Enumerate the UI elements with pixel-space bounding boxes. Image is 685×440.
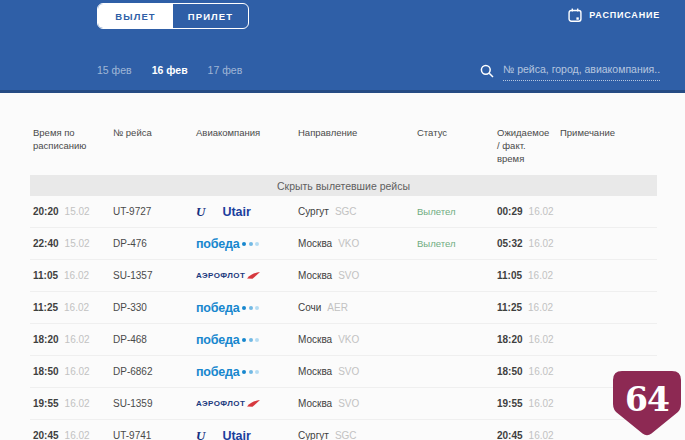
status-cell: Вылетел [417, 206, 497, 217]
airline-logo-cell: U Utair победа АЭРОФЛОТ [196, 204, 298, 220]
hide-departed-toggle[interactable]: Скрыть вылетевшие рейсы [30, 175, 657, 196]
direction-cell: МоскваVKO [298, 334, 417, 345]
direction-cell: СургутSGC [298, 430, 417, 440]
aeroflot-logo: АЭРОФЛОТ [196, 399, 298, 408]
tab-departures[interactable]: ВЫЛЕТ [98, 4, 173, 28]
airline-logo-cell: U Utair победа АЭРОФЛОТ [196, 333, 298, 347]
aeroflot-wordmark: АЭРОФЛОТ [196, 271, 245, 280]
table-row[interactable]: 19:5516.02 SU-1359 U Utair победа АЭРОФЛ… [30, 388, 657, 420]
pobeda-wordmark: победа [196, 365, 240, 379]
schedule-label: РАСПИСАНИЕ [589, 10, 660, 20]
flight-number-cell: SU-1357 [113, 270, 196, 281]
pobeda-dot-icon [255, 242, 259, 246]
aeroflot-wordmark: АЭРОФЛОТ [196, 399, 245, 408]
utair-wordmark: Utair [222, 205, 250, 219]
pobeda-dot-icon [249, 338, 253, 342]
calendar-icon [568, 8, 582, 22]
schedule-button[interactable]: РАСПИСАНИЕ [568, 8, 660, 22]
pobeda-logo: победа [196, 237, 298, 251]
search-input[interactable] [503, 61, 660, 81]
actual-time-cell: 05:3216.02 [497, 238, 560, 249]
tab-arrivals[interactable]: ПРИЛЕТ [173, 4, 248, 28]
flight-number-cell: DP-468 [113, 334, 196, 345]
col-direction: Направление [298, 127, 417, 140]
airline-logo-cell: U Utair победа АЭРОФЛОТ [196, 428, 298, 440]
col-scheduled-time: Время по расписанию [33, 127, 113, 153]
flight-number-cell: SU-1359 [113, 398, 196, 409]
scheduled-time-cell: 18:2016.02 [33, 334, 113, 345]
table-row[interactable]: 20:4516.02 UT-9741 U Utair победа АЭРОФЛ… [30, 420, 657, 440]
date-tab-16feb[interactable]: 16 фев [152, 64, 188, 76]
airline-logo-cell: U Utair победа АЭРОФЛОТ [196, 301, 298, 315]
actual-time-cell: 20:4516.02 [497, 430, 560, 440]
direction-cell: МоскваSVO [298, 366, 417, 377]
flight-number-cell: DP-6862 [113, 366, 196, 377]
utair-u-icon: U [196, 204, 205, 220]
direction-cell: МоскваSVO [298, 270, 417, 281]
utair-logo: U Utair [196, 204, 298, 220]
scheduled-time-cell: 11:2516.02 [33, 302, 113, 313]
pobeda-logo: победа [196, 333, 298, 347]
pobeda-wordmark: победа [196, 237, 240, 251]
table-row[interactable]: 20:2015.02 UT-9727 U Utair победа АЭРОФЛ… [30, 196, 657, 228]
actual-time-cell: 18:2016.02 [497, 334, 560, 345]
header-bar: ВЫЛЕТ ПРИЛЕТ РАСПИСАНИЕ 15 фев 16 фев 17… [0, 0, 685, 93]
status-cell: Вылетел [417, 238, 497, 249]
flight-number-cell: DP-330 [113, 302, 196, 313]
flight-number-cell: UT-9741 [113, 430, 196, 440]
pobeda-dot-icon [255, 370, 259, 374]
flight-number-cell: DP-476 [113, 238, 196, 249]
pobeda-dot-icon [242, 242, 246, 246]
aeroflot-logo: АЭРОФЛОТ [196, 271, 298, 280]
table-row[interactable]: 11:0516.02 SU-1357 U Utair победа АЭРОФЛ… [30, 260, 657, 292]
table-row[interactable]: 11:2516.02 DP-330 U Utair победа АЭРОФЛО… [30, 292, 657, 324]
flights-table: Время по расписанию № рейса Авиакомпания… [30, 93, 657, 440]
actual-time-cell: 11:0516.02 [497, 270, 560, 281]
airport-64-badge: 64 [612, 370, 682, 438]
direction-cell: СургутSGC [298, 206, 417, 217]
direction-cell: СочиAER [298, 302, 417, 313]
pobeda-dot-icon [242, 306, 246, 310]
col-status: Статус [417, 127, 497, 140]
scheduled-time-cell: 22:4015.02 [33, 238, 113, 249]
flight-rows: 20:2015.02 UT-9727 U Utair победа АЭРОФЛ… [30, 196, 657, 440]
table-row[interactable]: 18:2016.02 DP-468 U Utair победа АЭРОФЛО… [30, 324, 657, 356]
actual-time-cell: 11:2516.02 [497, 302, 560, 313]
pobeda-logo: победа [196, 301, 298, 315]
scheduled-time-cell: 20:4516.02 [33, 430, 113, 440]
utair-logo: U Utair [196, 428, 298, 440]
actual-time-cell: 18:5016.02 [497, 366, 560, 377]
airline-logo-cell: U Utair победа АЭРОФЛОТ [196, 399, 298, 408]
pobeda-logo: победа [196, 365, 298, 379]
date-tab-17feb[interactable]: 17 фев [208, 64, 243, 76]
badge-number: 64 [612, 380, 682, 419]
pobeda-dot-icon [249, 306, 253, 310]
direction-cell: МоскваVKO [298, 238, 417, 249]
pobeda-wordmark: победа [196, 333, 240, 347]
scheduled-time-cell: 20:2015.02 [33, 206, 113, 217]
scheduled-time-cell: 11:0516.02 [33, 270, 113, 281]
scheduled-time-cell: 18:5016.02 [33, 366, 113, 377]
date-tabs: 15 фев 16 фев 17 фев [97, 64, 242, 76]
search-box [480, 61, 660, 81]
airline-logo-cell: U Utair победа АЭРОФЛОТ [196, 271, 298, 280]
actual-time-cell: 00:2916.02 [497, 206, 560, 217]
pobeda-dot-icon [249, 370, 253, 374]
direction-cell: МоскваSVO [298, 398, 417, 409]
table-row[interactable]: 22:4015.02 DP-476 U Utair победа АЭРОФЛО… [30, 228, 657, 260]
col-flight-number: № рейса [113, 127, 196, 140]
col-airline: Авиакомпания [196, 127, 298, 140]
utair-wordmark: Utair [222, 429, 250, 440]
pobeda-dot-icon [242, 338, 246, 342]
pobeda-wordmark: победа [196, 301, 240, 315]
pobeda-dot-icon [255, 338, 259, 342]
pobeda-dot-icon [242, 370, 246, 374]
date-tab-15feb[interactable]: 15 фев [97, 64, 132, 76]
airline-logo-cell: U Utair победа АЭРОФЛОТ [196, 365, 298, 379]
departure-arrival-toggle: ВЫЛЕТ ПРИЛЕТ [97, 3, 249, 29]
airline-logo-cell: U Utair победа АЭРОФЛОТ [196, 237, 298, 251]
col-actual-time: Ожидаемое / факт. время [497, 127, 560, 165]
pobeda-dot-icon [249, 242, 253, 246]
table-row[interactable]: 18:5016.02 DP-6862 U Utair победа АЭРОФЛ… [30, 356, 657, 388]
aeroflot-wing-icon [247, 272, 260, 279]
